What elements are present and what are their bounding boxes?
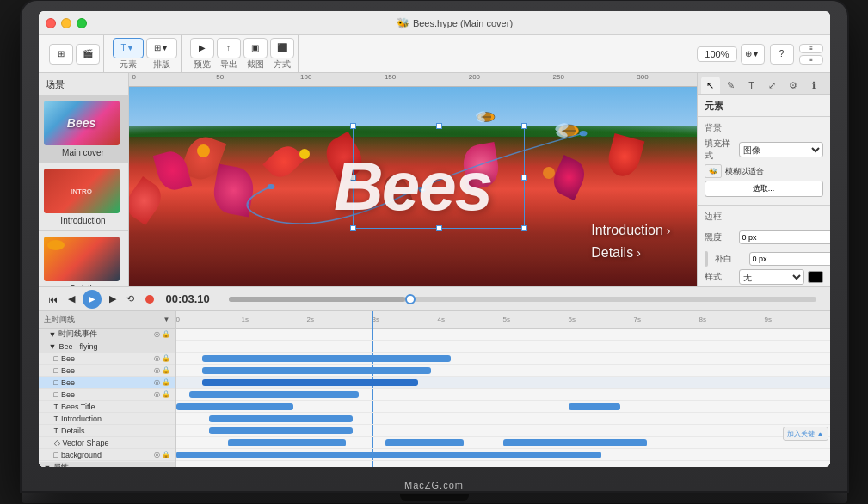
canvas-main[interactable]: Bees Introduction › Details › bbox=[129, 87, 697, 286]
media-icon[interactable]: 🎬 bbox=[76, 44, 100, 65]
bee3-eye[interactable]: ◎ bbox=[154, 378, 160, 386]
bee2-eye[interactable]: ◎ bbox=[154, 366, 160, 374]
text-insert-btn[interactable]: T▼ bbox=[113, 38, 144, 58]
skip-back-btn[interactable]: ⏮ bbox=[46, 294, 60, 304]
export-btn[interactable]: ↑ bbox=[217, 38, 241, 58]
scene-item-details[interactable]: Details bbox=[39, 231, 128, 286]
bee1-bar bbox=[202, 355, 451, 362]
ruler-marks: 0 50 100 150 200 250 300 bbox=[132, 73, 693, 86]
bees-title-bar-row bbox=[176, 401, 830, 413]
scenes-icon[interactable]: ⊞ bbox=[49, 44, 73, 65]
layout2-btn[interactable]: ▣ bbox=[243, 38, 268, 58]
bees-background: Bees Introduction › Details › bbox=[129, 87, 697, 286]
vector-bar3 bbox=[503, 439, 647, 446]
main-timeline-label: 主时间线 bbox=[44, 314, 75, 325]
panel-top-btn[interactable]: ≡ bbox=[799, 44, 823, 53]
bee3-lock[interactable]: 🔒 bbox=[162, 378, 170, 386]
bee4-label: Bee bbox=[61, 390, 75, 399]
props-arrow: ▼ bbox=[44, 464, 52, 468]
details-link[interactable]: Details › bbox=[591, 245, 670, 261]
scene-label-main: Main cover bbox=[44, 148, 123, 157]
scene-thumbnail-intro: INTRO bbox=[44, 169, 120, 213]
introduction-link-text: Introduction bbox=[591, 223, 663, 238]
step-forward-btn[interactable]: ▶ bbox=[107, 293, 119, 304]
supp-input[interactable] bbox=[749, 252, 830, 266]
border-color-swatch[interactable] bbox=[808, 271, 823, 283]
bee2-lock[interactable]: 🔒 bbox=[162, 366, 170, 374]
preview-btn[interactable]: ▶ bbox=[190, 38, 214, 58]
bg-icon: □ bbox=[54, 451, 58, 459]
scene-thumb-main-bg: Bees bbox=[44, 101, 120, 145]
introduction-link[interactable]: Introduction › bbox=[591, 223, 670, 238]
track-header-btn[interactable]: ▼ bbox=[163, 316, 170, 323]
layout-btn[interactable]: ⊞▼ bbox=[146, 38, 177, 58]
fill-label: 填充样式 bbox=[705, 138, 736, 162]
insert-tools: T▼ 元素 ⊞▼ 排版 bbox=[109, 35, 182, 72]
style-select[interactable]: 无 实线 虚线 bbox=[739, 269, 804, 285]
bee2-controls: ◎ 🔒 bbox=[154, 366, 170, 374]
details-icon: T bbox=[54, 427, 59, 435]
layout3-btn[interactable]: ⬛ bbox=[270, 38, 294, 58]
props-label: 属性 bbox=[53, 462, 69, 467]
tab-settings[interactable]: ⚙ bbox=[784, 77, 803, 94]
bee4-lock[interactable]: 🔒 bbox=[162, 390, 170, 398]
bee2-icon: □ bbox=[54, 366, 58, 375]
zoom-level[interactable]: 100% bbox=[697, 46, 736, 62]
vector-bar2 bbox=[385, 439, 464, 446]
close-button[interactable] bbox=[46, 18, 56, 28]
panel-border-section: 边框 黑度 单位 补白 样式 bbox=[698, 206, 830, 286]
scenes-sidebar: 场景 Bees Main cover bbox=[39, 73, 129, 286]
bg-bar bbox=[176, 452, 601, 458]
maximize-button[interactable] bbox=[77, 18, 87, 28]
bee4-icon: □ bbox=[54, 390, 58, 399]
fill-options: 模糊以适合 bbox=[725, 166, 823, 177]
tab-pointer[interactable]: ↖ bbox=[701, 77, 720, 94]
choose-button[interactable]: 选取... bbox=[705, 181, 823, 197]
minimize-button[interactable] bbox=[61, 18, 71, 28]
lock-icon[interactable]: 🔒 bbox=[162, 330, 170, 338]
fill-type-select[interactable]: 图像 颜色 渐变 bbox=[739, 142, 823, 157]
help-btn[interactable]: ? bbox=[770, 44, 794, 65]
add-keyframe-button[interactable]: 加入关键 ▲ bbox=[783, 427, 828, 441]
step-back-btn[interactable]: ◀ bbox=[65, 293, 77, 304]
bee4-eye[interactable]: ◎ bbox=[154, 390, 160, 398]
track-bee-3-selected[interactable]: □ Bee ◎ 🔒 bbox=[39, 377, 175, 389]
tab-transform[interactable]: ⤢ bbox=[763, 77, 782, 94]
bees-title-label: Bees Title bbox=[61, 403, 95, 411]
intro-bar bbox=[209, 415, 353, 422]
titlebar: 🐝 Bees.hype (Main cover) bbox=[39, 11, 830, 35]
eye-icon[interactable]: ◎ bbox=[154, 330, 160, 338]
app-icon: 🐝 bbox=[397, 17, 409, 29]
track-bee-4: □ Bee ◎ 🔒 bbox=[39, 389, 175, 401]
bee1-lock[interactable]: 🔒 bbox=[162, 354, 170, 362]
laptop-frame: 🐝 Bees.hype (Main cover) ⊞ 🎬 T▼ 元素 ⊞▼ bbox=[22, 1, 847, 491]
details-bar bbox=[209, 427, 353, 434]
scene-item-main-cover[interactable]: Bees Main cover bbox=[39, 95, 128, 163]
loop-btn[interactable]: ⟲ bbox=[124, 293, 137, 304]
bg-lock[interactable]: 🔒 bbox=[162, 451, 170, 458]
media-tools: ▶ 预览 ↑ 导出 ▣ 截图 ⬛ 方式 bbox=[187, 35, 299, 72]
panel-background-section: 背景 填充样式 图像 颜色 渐变 🐝 模糊以适 bbox=[698, 117, 830, 206]
panel-bot-btn[interactable]: ≡ bbox=[799, 55, 823, 65]
bg-eye[interactable]: ◎ bbox=[154, 451, 160, 458]
timeline-area: ⏮ ◀ ▶ ▶ ⟲ 00:03.10 bbox=[39, 286, 830, 467]
canvas-area[interactable]: 0 50 100 150 200 250 300 bbox=[129, 73, 697, 286]
bee1-eye[interactable]: ◎ bbox=[154, 354, 160, 362]
style-label: 样式 bbox=[705, 271, 736, 283]
track-bees-title: T Bees Title bbox=[39, 401, 175, 413]
tab-pen[interactable]: ✎ bbox=[722, 77, 741, 94]
thickness-input[interactable] bbox=[739, 230, 830, 244]
bee1-label: Bee bbox=[61, 354, 75, 363]
bees-title-bar1 bbox=[176, 403, 294, 410]
thickness-label: 黑度 bbox=[705, 231, 736, 243]
scrubber-fill bbox=[229, 297, 405, 302]
timeline-scrubber[interactable] bbox=[229, 297, 816, 302]
scrubber-handle[interactable] bbox=[405, 294, 416, 304]
tab-text[interactable]: T bbox=[742, 77, 761, 94]
timeline-bars-area[interactable]: 0 1s 2s 3s 4s 5s 6s 7s 8s 9s bbox=[176, 311, 830, 467]
play-button[interactable]: ▶ bbox=[83, 290, 102, 309]
scene-item-introduction[interactable]: INTRO Introduction bbox=[39, 163, 128, 231]
zoom-btn[interactable]: ⊕▼ bbox=[741, 44, 765, 65]
border-style-row: 样式 无 实线 虚线 bbox=[705, 269, 823, 285]
tab-info[interactable]: ℹ bbox=[804, 77, 823, 94]
